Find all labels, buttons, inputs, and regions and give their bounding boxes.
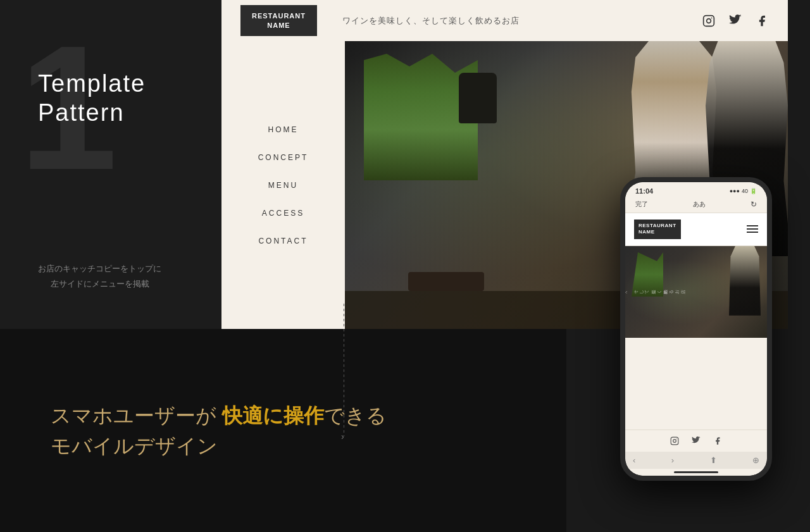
nav-menu[interactable]: MENU (268, 181, 298, 190)
description-line2: 左サイドにメニューを掲載 (38, 276, 161, 291)
phone-mockup: 11:04 ●●● 40 🔋 完了 ああ ↻ RESTAURANT NAME (620, 177, 772, 481)
phone-second-bar: 完了 ああ ↻ (625, 197, 767, 213)
phone-instagram-icon[interactable] (669, 435, 680, 447)
phone-hero-image: ワインを美味しく、そして楽しく飲めるお店 (625, 246, 767, 338)
logo-line2: NAME (267, 22, 290, 29)
phone-nav-header: RESTAURANT NAME (625, 213, 767, 246)
social-icons (702, 14, 769, 28)
indicator-line (674, 471, 718, 473)
hamburger-line-2 (747, 228, 758, 230)
description-text: お店のキャッチコピーをトップに 左サイドにメニューを掲載 (38, 261, 161, 291)
svg-point-1 (707, 18, 711, 23)
svg-rect-3 (671, 437, 678, 445)
description-line1: お店のキャッチコピーをトップに (38, 261, 161, 276)
phone-forward-btn[interactable]: › (671, 455, 674, 465)
pot-decor (459, 73, 497, 123)
phone-time: 11:04 (635, 187, 653, 195)
phone-reload-icon[interactable]: ↻ (751, 200, 757, 209)
bottom-panel: スマホユーザーが 快適に操作できる モバイルデザイン (0, 329, 566, 532)
phone-status-bar: 11:04 ●●● 40 🔋 (625, 182, 767, 197)
instagram-icon[interactable] (702, 14, 716, 28)
nav-concept[interactable]: CONCEPT (258, 153, 309, 162)
nav-contact[interactable]: CONTACT (258, 237, 308, 245)
title-line2: Pattern (38, 99, 125, 126)
phone-twitter-icon[interactable] (690, 435, 702, 447)
side-nav: HOME CONCEPT MENU ACCESS CONTACT (221, 41, 345, 329)
template-title: Template Pattern (38, 70, 184, 127)
svg-point-5 (676, 438, 677, 439)
phone-home-indicator (625, 469, 767, 476)
bottom-text: スマホユーザーが 快適に操作できる モバイルデザイン (51, 400, 387, 461)
nav-home[interactable]: HOME (268, 125, 299, 134)
logo-line1: RESTAURANT (252, 12, 306, 20)
phone-logo-line2: NAME (639, 229, 655, 235)
phone-bottom-bar (625, 430, 767, 452)
twitter-icon[interactable] (728, 14, 742, 28)
phone-complete[interactable]: 完了 (635, 200, 648, 209)
title-line1: Template (38, 70, 146, 97)
phone-vertical-text: ワインを美味しく、そして楽しく飲めるお店 (625, 288, 678, 295)
nav-access[interactable]: ACCESS (262, 209, 304, 218)
left-panel: 1 Template Pattern お店のキャッチコピーをトップに 左サイドに… (0, 0, 221, 329)
facebook-icon[interactable] (755, 14, 769, 28)
vertical-tagline: ワインを美味しく、そして楽しく飲めるお店 (625, 289, 678, 294)
bottom-highlight: 快適に操作 (222, 404, 324, 427)
phone-content-area (625, 338, 767, 430)
svg-point-4 (673, 440, 676, 443)
site-tagline: ワインを美味しく、そして楽しく飲めるお店 (342, 15, 520, 27)
hamburger-menu[interactable] (747, 225, 758, 233)
phone-share-btn[interactable]: ⬆ (710, 455, 717, 465)
svg-rect-0 (704, 15, 714, 26)
phone-bookmark-btn[interactable]: ⊕ (752, 455, 759, 465)
svg-point-2 (711, 17, 713, 18)
phone-logo: RESTAURANT NAME (634, 220, 681, 239)
container (408, 272, 484, 291)
bottom-line2: モバイルデザイン (51, 431, 387, 461)
phone-chef (729, 246, 761, 316)
hamburger-line-3 (747, 232, 758, 233)
hamburger-line-1 (747, 225, 758, 226)
bottom-prefix: スマホユーザーが (51, 404, 222, 427)
phone-signal: ●●● 40 🔋 (730, 188, 757, 194)
phone-screen: 11:04 ●●● 40 🔋 完了 ああ ↻ RESTAURANT NAME (625, 182, 767, 476)
phone-browser-bar: ‹ › ⬆ ⊕ (625, 452, 767, 469)
line-arrow: › (341, 431, 344, 442)
bottom-suffix: できる (324, 404, 387, 427)
phone-aa: ああ (693, 200, 706, 209)
site-logo: RESTAURANT NAME (240, 5, 317, 36)
phone-back-btn[interactable]: ‹ (633, 455, 635, 465)
phone-facebook-icon[interactable] (712, 435, 723, 447)
site-header: RESTAURANT NAME ワインを美味しく、そして楽しく飲めるお店 (221, 0, 788, 41)
phone-logo-line1: RESTAURANT (639, 223, 676, 228)
